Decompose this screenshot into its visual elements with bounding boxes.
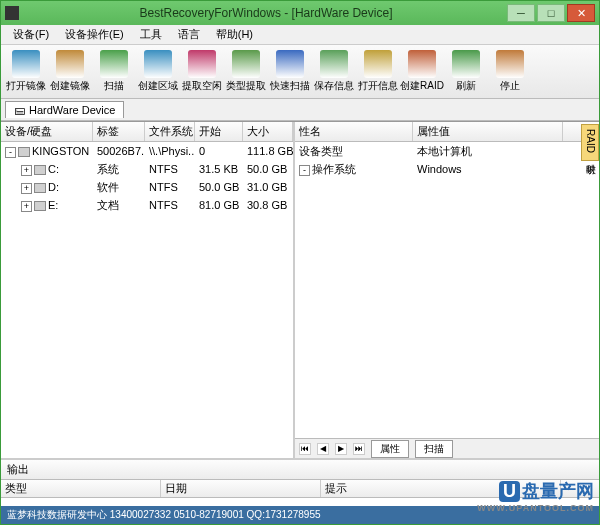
tree-toggle-icon[interactable]: - — [5, 147, 16, 158]
menu-设备(F)[interactable]: 设备(F) — [5, 25, 57, 44]
toolbtn-打开信息[interactable]: 打开信息 — [357, 48, 399, 96]
toolbtn-打开镜像[interactable]: 打开镜像 — [5, 48, 47, 96]
cell: NTFS — [145, 181, 195, 193]
tool-label: 停止 — [500, 79, 520, 93]
toolbtn-创建镜像[interactable]: 创建镜像 — [49, 48, 91, 96]
col-header[interactable]: 标签 — [93, 122, 145, 141]
tool-label: 保存信息 — [314, 79, 354, 93]
toolbtn-扫描[interactable]: 扫描 — [93, 48, 135, 96]
menu-设备操作(E)[interactable]: 设备操作(E) — [57, 25, 132, 44]
tool-icon — [452, 50, 480, 78]
tree-toggle-icon[interactable]: - — [299, 165, 310, 176]
device-tree-panel: 设备/硬盘标签文件系统开始大小 -KINGSTON ...50026B7...\… — [1, 122, 295, 458]
cell: Windows — [413, 163, 563, 175]
menu-帮助(H)[interactable]: 帮助(H) — [208, 25, 261, 44]
cell: 系统 — [93, 162, 145, 177]
property-row[interactable]: 设备类型本地计算机 — [295, 142, 599, 160]
tool-icon — [144, 50, 172, 78]
drive-icon — [34, 183, 46, 193]
property-list[interactable]: 设备类型本地计算机-操作系统Windows — [295, 142, 599, 438]
titlebar: BestRecoveryForWindows - [HardWare Devic… — [1, 1, 599, 25]
app-icon — [5, 6, 19, 20]
cell: -操作系统 — [295, 162, 413, 177]
hardware-tab-label: HardWare Device — [29, 104, 115, 116]
toolbtn-停止[interactable]: 停止 — [489, 48, 531, 96]
tool-label: 创建镜像 — [50, 79, 90, 93]
col-header[interactable]: 属性值 — [413, 122, 563, 141]
tool-icon — [364, 50, 392, 78]
device-tab-strip: 🖴 HardWare Device — [1, 99, 599, 121]
tab-properties[interactable]: 属性 — [371, 440, 409, 458]
col-header[interactable]: 文件系统 — [145, 122, 195, 141]
tree-toggle-icon[interactable]: + — [21, 201, 32, 212]
tool-icon — [408, 50, 436, 78]
output-panel: 输出 类型日期提示 — [1, 458, 599, 506]
device-tree[interactable]: -KINGSTON ...50026B7...\\.\Physi...0111.… — [1, 142, 293, 458]
tool-label: 刷新 — [456, 79, 476, 93]
table-row[interactable]: +C:系统NTFS31.5 KB50.0 GB — [1, 160, 293, 178]
output-col[interactable]: 提示 — [321, 480, 561, 497]
table-row[interactable]: -KINGSTON ...50026B7...\\.\Physi...0111.… — [1, 142, 293, 160]
cell: 30.8 GB — [243, 199, 293, 211]
cell: 0 — [195, 145, 243, 157]
table-row[interactable]: +E:文档NTFS81.0 GB30.8 GB — [1, 196, 293, 214]
cell: 设备类型 — [295, 144, 413, 159]
toolbtn-提取空闲[interactable]: 提取空闲 — [181, 48, 223, 96]
cell: +D: — [1, 181, 93, 194]
tab-scan[interactable]: 扫描 — [415, 440, 453, 458]
drive-icon — [34, 201, 46, 211]
table-row[interactable]: +D:软件NTFS50.0 GB31.0 GB — [1, 178, 293, 196]
cell: 文档 — [93, 198, 145, 213]
hardware-icon: 🖴 — [14, 104, 25, 116]
tab-nav-first[interactable]: ⏮ — [299, 443, 311, 455]
maximize-button[interactable]: □ — [537, 4, 565, 22]
tab-nav-next[interactable]: ▶ — [335, 443, 347, 455]
toolbtn-保存信息[interactable]: 保存信息 — [313, 48, 355, 96]
raid-side-tab[interactable]: RAID 映射 — [581, 124, 599, 161]
tool-label: 打开信息 — [358, 79, 398, 93]
output-col[interactable]: 日期 — [161, 480, 321, 497]
col-header[interactable]: 性名 — [295, 122, 413, 141]
tree-toggle-icon[interactable]: + — [21, 183, 32, 194]
cell: \\.\Physi... — [145, 145, 195, 157]
cell: NTFS — [145, 163, 195, 175]
cell: -KINGSTON ... — [1, 145, 93, 158]
tool-label: 创建区域 — [138, 79, 178, 93]
statusbar: 蓝梦科技数据研发中心 13400027332 0510-82719001 QQ:… — [1, 506, 599, 524]
col-header[interactable]: 大小 — [243, 122, 293, 141]
toolbar: 打开镜像创建镜像扫描创建区域提取空闲类型提取快速扫描保存信息打开信息创建RAID… — [1, 45, 599, 99]
toolbtn-类型提取[interactable]: 类型提取 — [225, 48, 267, 96]
menu-工具[interactable]: 工具 — [132, 25, 170, 44]
tool-icon — [276, 50, 304, 78]
cell: +C: — [1, 163, 93, 176]
col-header[interactable]: 开始 — [195, 122, 243, 141]
close-button[interactable]: ✕ — [567, 4, 595, 22]
tab-nav-last[interactable]: ⏭ — [353, 443, 365, 455]
output-title: 输出 — [1, 460, 599, 480]
hardware-device-tab[interactable]: 🖴 HardWare Device — [5, 101, 124, 118]
tool-label: 扫描 — [104, 79, 124, 93]
col-header[interactable]: 设备/硬盘 — [1, 122, 93, 141]
output-col[interactable]: 类型 — [1, 480, 161, 497]
tool-icon — [496, 50, 524, 78]
tool-icon — [232, 50, 260, 78]
tool-label: 提取空闲 — [182, 79, 222, 93]
toolbtn-创建RAID[interactable]: 创建RAID — [401, 48, 443, 96]
toolbtn-创建区域[interactable]: 创建区域 — [137, 48, 179, 96]
minimize-button[interactable]: ─ — [507, 4, 535, 22]
cell: 31.0 GB — [243, 181, 293, 193]
cell: 软件 — [93, 180, 145, 195]
cell: 81.0 GB — [195, 199, 243, 211]
tab-nav-prev[interactable]: ◀ — [317, 443, 329, 455]
drive-icon — [34, 165, 46, 175]
cell: 50.0 GB — [195, 181, 243, 193]
tree-toggle-icon[interactable]: + — [21, 165, 32, 176]
status-text: 蓝梦科技数据研发中心 13400027332 0510-82719001 QQ:… — [7, 508, 321, 522]
property-row[interactable]: -操作系统Windows — [295, 160, 599, 178]
toolbtn-刷新[interactable]: 刷新 — [445, 48, 487, 96]
cell: 本地计算机 — [413, 144, 563, 159]
tool-label: 类型提取 — [226, 79, 266, 93]
toolbtn-快速扫描[interactable]: 快速扫描 — [269, 48, 311, 96]
tool-label: 快速扫描 — [270, 79, 310, 93]
menu-语言[interactable]: 语言 — [170, 25, 208, 44]
